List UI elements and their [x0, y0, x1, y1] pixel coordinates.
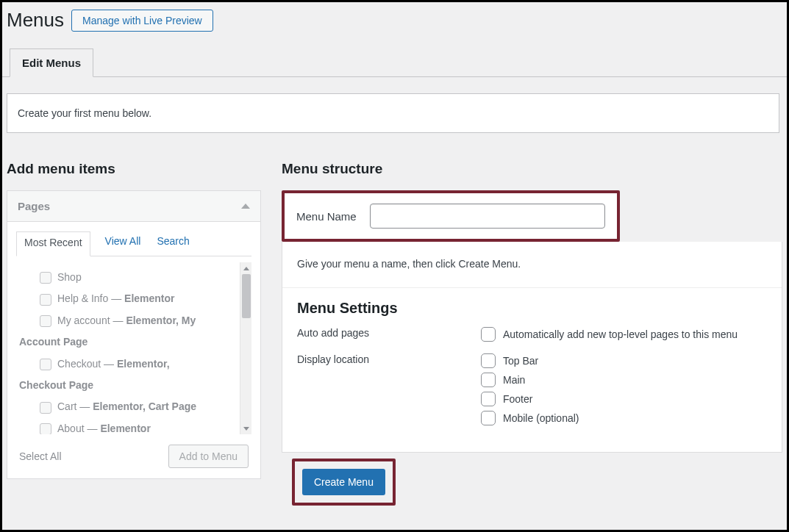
- add-menu-items-heading: Add menu items: [7, 161, 261, 177]
- page-title: Menus: [7, 9, 64, 32]
- caret-up-icon: [241, 204, 250, 209]
- location-footer[interactable]: Footer: [481, 392, 767, 406]
- subtab-search[interactable]: Search: [155, 231, 190, 256]
- tabs-row: Edit Menus: [2, 48, 787, 77]
- scroll-thumb[interactable]: [242, 274, 251, 318]
- checkbox-icon[interactable]: [481, 411, 496, 425]
- list-item-meta: Checkout Page: [19, 375, 251, 396]
- list-item[interactable]: My account — Elementor, My: [19, 310, 251, 331]
- checkbox-icon[interactable]: [481, 392, 496, 406]
- checkbox-icon[interactable]: [40, 272, 51, 284]
- checkbox-icon[interactable]: [40, 423, 51, 434]
- pages-accordion: Pages Most Recent View All Search Shop H…: [7, 190, 261, 479]
- list-item[interactable]: Checkout — Elementor,: [19, 353, 251, 375]
- checkbox-icon[interactable]: [481, 353, 496, 368]
- list-item[interactable]: Shop: [19, 267, 251, 288]
- checkbox-icon[interactable]: [481, 373, 496, 387]
- location-topbar[interactable]: Top Bar: [481, 353, 767, 368]
- checkbox-icon[interactable]: [40, 359, 51, 370]
- pages-accordion-title: Pages: [18, 200, 50, 212]
- add-to-menu-button[interactable]: Add to Menu: [168, 445, 249, 468]
- create-menu-highlight: Create Menu: [292, 459, 396, 506]
- auto-add-option[interactable]: Automatically add new top-level pages to…: [481, 327, 767, 342]
- menu-structure-hint: Give your menu a name, then click Create…: [282, 242, 782, 288]
- list-item[interactable]: Help & Info — Elementor: [19, 288, 251, 309]
- scrollbar[interactable]: [240, 262, 251, 434]
- menu-structure-heading: Menu structure: [282, 161, 782, 177]
- select-all-link[interactable]: Select All: [19, 450, 62, 462]
- menu-name-input[interactable]: [370, 204, 605, 229]
- list-item-meta: Account Page: [19, 331, 251, 353]
- list-item[interactable]: Cart — Elementor, Cart Page: [19, 396, 251, 417]
- scroll-up-icon[interactable]: [240, 262, 251, 274]
- checkbox-icon[interactable]: [481, 327, 496, 342]
- location-mobile[interactable]: Mobile (optional): [481, 411, 767, 425]
- menu-name-highlight: Menu Name: [282, 190, 620, 242]
- pages-list: Shop Help & Info — Elementor My account …: [16, 262, 251, 434]
- menu-settings-heading: Menu Settings: [297, 300, 767, 317]
- pages-accordion-header[interactable]: Pages: [7, 191, 260, 221]
- manage-live-preview-button[interactable]: Manage with Live Preview: [71, 10, 213, 32]
- auto-add-option-text: Automatically add new top-level pages to…: [503, 328, 738, 340]
- tab-edit-menus[interactable]: Edit Menus: [10, 48, 93, 77]
- subtab-view-all[interactable]: View All: [104, 231, 143, 256]
- menu-name-label: Menu Name: [296, 210, 357, 223]
- checkbox-icon[interactable]: [40, 294, 51, 306]
- checkbox-icon[interactable]: [40, 315, 51, 327]
- scroll-down-icon[interactable]: [240, 423, 251, 434]
- auto-add-pages-label: Auto add pages: [297, 327, 481, 346]
- checkbox-icon[interactable]: [40, 402, 51, 414]
- subtab-most-recent[interactable]: Most Recent: [16, 231, 90, 256]
- location-main[interactable]: Main: [481, 373, 767, 387]
- create-menu-button[interactable]: Create Menu: [302, 469, 385, 495]
- list-item[interactable]: About — Elementor: [19, 418, 251, 434]
- display-location-label: Display location: [297, 353, 481, 430]
- notice-first-menu: Create your first menu below.: [7, 93, 779, 133]
